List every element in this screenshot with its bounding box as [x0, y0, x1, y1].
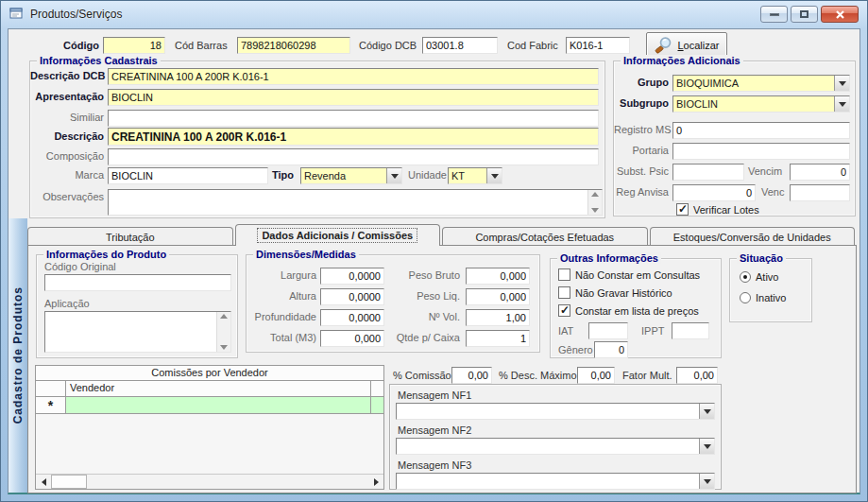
verificar-lotes-checkbox-box[interactable]	[676, 203, 689, 216]
apresentacao-input[interactable]	[108, 89, 599, 106]
grid-horizontal-scrollbar[interactable]	[36, 474, 383, 489]
nao-gravar-historico-box[interactable]	[558, 286, 570, 299]
venc-input[interactable]	[790, 184, 850, 201]
scrollbar-thumb[interactable]	[51, 475, 87, 489]
peso-liq-input[interactable]	[466, 288, 530, 305]
radio-ativo-circle[interactable]	[740, 271, 751, 283]
nao-gravar-historico-checkbox[interactable]: Não Gravar Histórico	[558, 286, 672, 299]
comissoes-grid[interactable]: Comissões por Vendedor Vendedor *	[35, 365, 384, 490]
composicao-label: Composição	[30, 150, 104, 162]
aplicacao-textarea[interactable]	[44, 311, 231, 353]
nao-constar-consultas-checkbox[interactable]: Não Constar em Consultas	[558, 268, 700, 281]
unidade-combo[interactable]: KT	[448, 167, 502, 184]
grid-empty-area	[36, 414, 383, 474]
peso-bruto-input[interactable]	[466, 268, 530, 285]
portaria-input[interactable]	[672, 143, 850, 160]
vencim-input[interactable]	[790, 164, 850, 181]
cod-fabric-label: Cod Fabric	[507, 40, 558, 51]
unidade-dropdown-icon[interactable]	[486, 168, 502, 183]
scroll-right-icon	[374, 478, 379, 486]
genero-input[interactable]	[594, 341, 628, 358]
fator-mult-input[interactable]	[676, 367, 718, 384]
codigo-original-input[interactable]	[44, 274, 231, 291]
cod-fabric-input[interactable]	[566, 37, 630, 54]
tab-dados-adicionais-comissoes[interactable]: Dados Adicionais / Comissões	[235, 224, 441, 246]
tab-estoques-conversao[interactable]: Estoques/Conversão de Unidades	[650, 227, 856, 246]
codigo-input[interactable]	[103, 37, 165, 54]
descricao-dcb-input[interactable]	[108, 68, 599, 85]
profundidade-input[interactable]	[320, 309, 384, 326]
vendedor-cell[interactable]	[66, 397, 371, 413]
scroll-up-icon[interactable]	[591, 192, 599, 197]
tipo-combo[interactable]: Revenda	[300, 167, 402, 184]
new-row-marker[interactable]: *	[36, 397, 66, 413]
scroll-up-icon[interactable]	[220, 314, 228, 319]
nf3-dropdown-icon[interactable]	[699, 474, 714, 489]
iat-input[interactable]	[588, 322, 628, 339]
grupo-value: BIOQUIMICA	[673, 76, 834, 91]
descricao-dcb-label: Descrição DCB	[30, 70, 104, 81]
scrollbar-track[interactable]	[87, 475, 368, 489]
tab-tributacao[interactable]: Tributação	[27, 227, 233, 246]
titlebar[interactable]: Produtos/Serviços	[0, 0, 868, 28]
comissao-input[interactable]	[451, 367, 492, 384]
registro-ms-input[interactable]	[672, 122, 850, 139]
radio-ativo[interactable]: Ativo	[740, 271, 778, 283]
nf2-dropdown-icon[interactable]	[699, 439, 714, 454]
scroll-down-icon[interactable]	[591, 208, 599, 213]
constar-lista-precos-checkbox[interactable]: Constar em lista de preços	[558, 304, 699, 317]
scroll-down-icon[interactable]	[220, 345, 228, 350]
tab-compras-cotacoes[interactable]: Compras/Cotações Efetuadas	[442, 227, 648, 246]
desc-maximo-input[interactable]	[577, 367, 615, 384]
new-row[interactable]: *	[36, 397, 383, 414]
subst-psic-input[interactable]	[672, 164, 744, 181]
total-m3-input[interactable]	[320, 330, 384, 347]
minimize-button[interactable]	[760, 6, 788, 23]
apresentacao-label: Apresentação	[30, 91, 104, 102]
cod-barras-label: Cód Barras	[175, 40, 228, 51]
unidade-value: KT	[449, 168, 486, 183]
composicao-input[interactable]	[108, 148, 599, 165]
mensagem-nf3-combo[interactable]	[396, 473, 715, 490]
scroll-right-button[interactable]	[368, 475, 383, 489]
mensagem-nf1-combo[interactable]	[396, 403, 715, 420]
minimize-icon	[770, 13, 779, 16]
constar-lista-precos-box[interactable]	[558, 304, 570, 317]
reg-anvisa-input[interactable]	[672, 184, 756, 201]
nf1-dropdown-icon[interactable]	[699, 404, 714, 419]
aplicacao-scrollbar[interactable]	[216, 312, 230, 352]
observacoes-textarea[interactable]	[108, 189, 603, 216]
mensagem-nf2-label: Mensagem NF2	[398, 424, 471, 436]
scroll-left-button[interactable]	[36, 475, 51, 489]
grupo-dropdown-icon[interactable]	[834, 76, 849, 91]
nao-constar-consultas-box[interactable]	[558, 268, 570, 281]
codigo-dcb-input[interactable]	[422, 37, 498, 54]
descricao-input[interactable]	[108, 128, 599, 146]
radio-inativo[interactable]: Inativo	[740, 292, 786, 303]
similiar-input[interactable]	[108, 110, 599, 127]
codigo-label: Código	[35, 40, 99, 51]
desc-maximo-label: % Desc. Máximo	[499, 370, 577, 381]
portaria-label: Portaria	[614, 145, 669, 156]
grupo-combo[interactable]: BIOQUIMICA	[672, 75, 850, 92]
subgrupo-combo[interactable]: BIOCLIN	[672, 95, 850, 113]
ippt-input[interactable]	[672, 322, 709, 339]
subgrupo-dropdown-icon[interactable]	[834, 96, 849, 112]
radio-inativo-circle[interactable]	[740, 292, 751, 303]
qtde-caixa-input[interactable]	[466, 330, 530, 347]
n-vol-input[interactable]	[466, 309, 530, 326]
tipo-dropdown-icon[interactable]	[386, 168, 401, 183]
verificar-lotes-checkbox[interactable]: Verificar Lotes	[676, 203, 759, 216]
altura-input[interactable]	[320, 288, 384, 305]
unidade-label: Unidade	[408, 169, 447, 181]
peso-liq-label: Peso Liq.	[388, 290, 460, 302]
cod-barras-input[interactable]	[237, 37, 350, 54]
outras-group: Outras Informações Não Constar em Consul…	[550, 258, 722, 358]
marca-input[interactable]	[108, 167, 268, 184]
maximize-button[interactable]	[791, 6, 818, 23]
mensagem-nf2-combo[interactable]	[396, 438, 715, 455]
close-button[interactable]	[821, 6, 859, 23]
qtde-caixa-label: Qtde p/ Caixa	[388, 332, 460, 343]
largura-input[interactable]	[320, 268, 384, 285]
observacoes-scrollbar[interactable]	[587, 190, 602, 215]
